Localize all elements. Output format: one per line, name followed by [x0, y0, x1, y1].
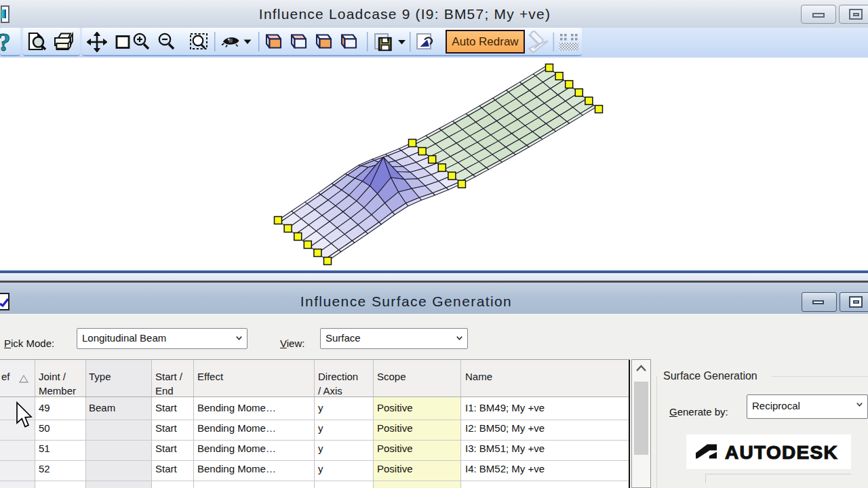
svg-text:AUTODESK: AUTODESK — [725, 442, 838, 463]
svg-text:?: ? — [0, 28, 11, 56]
